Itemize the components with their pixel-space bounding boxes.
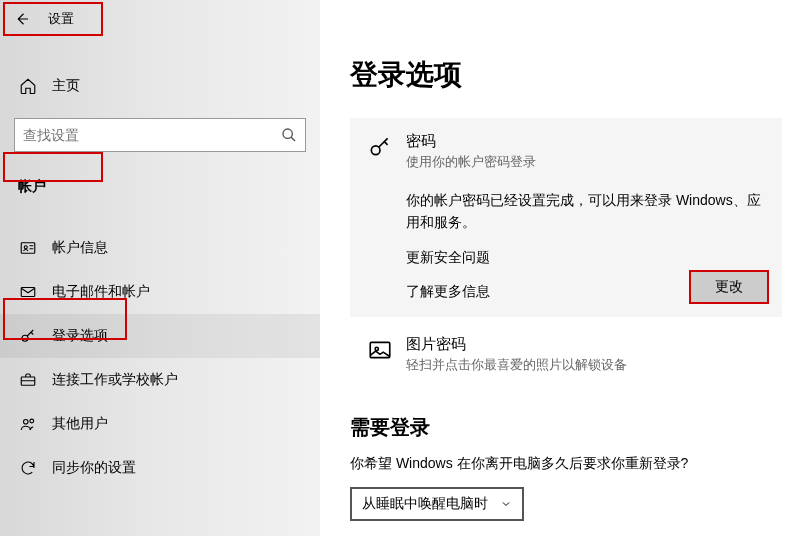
require-signin-question: 你希望 Windows 在你离开电脑多久后要求你重新登录? [350,455,782,473]
search-icon [281,127,297,143]
sidebar-item-label: 其他用户 [52,415,108,433]
picture-icon [364,335,396,363]
sidebar-item-sync-settings[interactable]: 同步你的设置 [0,446,320,490]
sidebar-item-account-info[interactable]: 帐户信息 [0,226,320,270]
briefcase-icon [18,371,38,389]
change-password-button[interactable]: 更改 [690,271,768,303]
home-icon [18,77,38,95]
chevron-down-icon [500,498,512,510]
svg-point-0 [283,129,292,138]
svg-rect-3 [21,288,35,297]
require-signin-heading: 需要登录 [350,414,782,441]
sidebar-item-label: 连接工作或学校帐户 [52,371,178,389]
home-label: 主页 [52,77,80,95]
picture-password-option[interactable]: 图片密码 轻扫并点击你最喜爱的照片以解锁设备 [350,335,782,374]
key-icon [364,132,396,171]
picture-password-title: 图片密码 [406,335,768,354]
password-subtitle: 使用你的帐户密码登录 [406,153,768,171]
category-label: 帐户 [18,172,320,202]
picture-password-subtitle: 轻扫并点击你最喜爱的照片以解锁设备 [406,356,768,374]
sidebar-item-label: 同步你的设置 [52,459,136,477]
back-button[interactable] [6,3,38,35]
search-input[interactable] [23,127,281,143]
update-security-questions-link[interactable]: 更新安全问题 [406,246,768,268]
sidebar-item-label: 登录选项 [52,327,108,345]
window-title: 设置 [48,10,74,28]
sidebar-item-signin-options[interactable]: 登录选项 [0,314,320,358]
svg-point-10 [375,347,378,350]
svg-point-2 [24,246,27,249]
sidebar-item-work-school[interactable]: 连接工作或学校帐户 [0,358,320,402]
password-option-card: 密码 使用你的帐户密码登录 你的帐户密码已经设置完成，可以用来登录 Window… [350,118,782,317]
back-arrow-icon [13,10,31,28]
sidebar-item-other-users[interactable]: 其他用户 [0,402,320,446]
dropdown-selected-value: 从睡眠中唤醒电脑时 [362,495,488,513]
svg-rect-1 [21,243,35,254]
sidebar-item-label: 帐户信息 [52,239,108,257]
mail-icon [18,283,38,301]
sidebar-item-label: 电子邮件和帐户 [52,283,150,301]
home-link[interactable]: 主页 [0,66,320,106]
password-title: 密码 [406,132,768,151]
sidebar-item-email-accounts[interactable]: 电子邮件和帐户 [0,270,320,314]
svg-point-7 [30,419,34,423]
password-body-text: 你的帐户密码已经设置完成，可以用来登录 Windows、应用和服务。 [406,189,768,234]
id-card-icon [18,239,38,257]
svg-point-6 [24,420,29,425]
page-title: 登录选项 [350,56,782,94]
key-icon [18,327,38,345]
svg-point-8 [371,146,380,155]
require-signin-dropdown[interactable]: 从睡眠中唤醒电脑时 [350,487,524,521]
search-box[interactable] [14,118,306,152]
users-icon [18,415,38,433]
svg-point-4 [22,335,28,341]
sync-icon [18,459,38,477]
